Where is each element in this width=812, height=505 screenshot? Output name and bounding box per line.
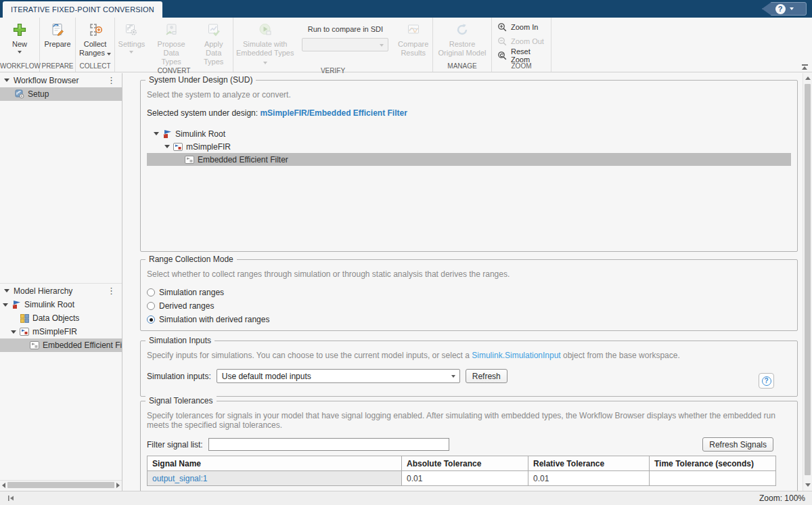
scrollbar-thumb[interactable] [805,84,811,475]
sud-tree-simulink-root[interactable]: Simulink Root [147,127,791,140]
zoom-in-label: Zoom In [511,23,538,31]
filter-signal-list-label: Filter signal list: [147,440,203,449]
tree-item-embedded-efficient-filter[interactable]: Embedded Efficient Filter [0,338,122,352]
radio-label: Derived ranges [159,301,214,311]
expander-icon[interactable] [164,145,170,148]
column-header-signal-name[interactable]: Signal Name [148,456,402,471]
simulink-root-icon [162,129,172,139]
main-vertical-scrollbar[interactable] [803,73,812,491]
simulation-inputs-dropdown[interactable]: Use default model inputs [217,369,460,383]
sdi-run-combo[interactable] [302,38,388,51]
group-label-zoom: ZOOM [492,62,551,72]
help-button[interactable]: ? [762,2,807,16]
collect-ranges-button[interactable]: Collect Ranges [76,20,114,58]
scroll-right-icon[interactable] [116,483,120,488]
zoom-in-button[interactable]: Zoom In [497,21,545,33]
sidebar-horizontal-scrollbar[interactable] [0,480,122,489]
toolstrip-ribbon: New WORKFLOW Prepare PREPAR [0,18,812,72]
tree-item-label: Embedded Efficient Filter [198,155,288,164]
tree-item-data-objects[interactable]: Data Objects [0,311,122,325]
help-icon: ? [762,376,771,386]
collect-ranges-button-label: Collect Ranges [79,40,112,58]
scroll-down-icon[interactable] [805,483,811,487]
simulation-inputs-help-button[interactable]: ? [759,373,774,389]
apply-data-types-icon [206,21,222,39]
workflow-browser-header[interactable]: Workflow Browser ⋮ [0,73,122,87]
prepare-button[interactable]: Prepare [41,20,73,49]
propose-data-types-button[interactable]: Propose Data Types [151,20,192,66]
simulation-input-doc-link[interactable]: Simulink.SimulationInput [472,351,560,360]
refresh-signals-button[interactable]: Refresh Signals [702,437,773,452]
tab-iterative-fixed-point-conversion[interactable]: ITERATIVE FIXED-POINT CONVERSION [3,1,162,18]
zoom-out-button[interactable]: Zoom Out [497,35,545,47]
workflow-item-setup-label: Setup [28,89,49,99]
group-label-workflow: WORKFLOW [0,62,39,72]
collapse-arrow-icon[interactable] [4,79,9,82]
expander-icon[interactable] [3,303,8,307]
expander-icon[interactable] [11,330,16,334]
left-sidebar: Workflow Browser ⋮ Setup Model Hierarchy… [0,73,122,491]
time-tolerance-cell[interactable] [650,471,776,486]
tree-item-label: mSimpleFIR [186,142,231,152]
main-content: System Under Design (SUD) Select the sys… [122,73,803,491]
signal-name-link[interactable]: output_signal:1 [152,474,207,483]
model-hierarchy-title: Model Hierarchy [14,286,101,296]
section-system-under-design: System Under Design (SUD) Select the sys… [140,80,798,252]
radio-derived-ranges[interactable]: Derived ranges [147,299,791,313]
radio-simulation-ranges[interactable]: Simulation ranges [147,286,791,299]
group-collect: Collect Ranges COLLECT [76,18,115,72]
refresh-button[interactable]: Refresh [466,369,508,383]
column-header-time-tolerance[interactable]: Time Tolerance (seconds) [650,456,776,471]
tree-item-label: Simulink Root [24,300,74,309]
workflow-browser-title: Workflow Browser [14,76,101,85]
minimize-ribbon-icon [802,64,808,66]
sud-description: Select the system to analyze or convert. [147,90,791,100]
panel-menu-icon[interactable]: ⋮ [105,286,118,295]
restore-original-model-button[interactable]: Restore Original Model [434,20,491,58]
zoom-level-indicator: Zoom: 100% [759,493,805,503]
compare-results-button[interactable]: Compare Results [394,20,432,58]
model-hierarchy-panel: Model Hierarchy ⋮ Simulink Root [0,283,122,352]
new-button[interactable]: New [9,20,30,53]
collapse-arrow-icon[interactable] [4,289,9,292]
sdi-run-selector: Run to compare in SDI [302,20,388,51]
radio-simulation-with-derived-ranges[interactable]: Simulation with derived ranges [147,313,791,326]
minimize-ribbon-button[interactable] [799,62,810,71]
scrollbar-thumb[interactable] [7,482,114,488]
sud-tree-embedded-efficient-filter[interactable]: Embedded Efficient Filter [147,153,791,166]
sdi-caption-label: Run to compare in SDI [308,25,383,33]
settings-button-label: Settings [118,40,145,49]
scroll-left-icon[interactable] [2,483,5,488]
setup-icon [15,89,24,99]
restore-original-model-button-label: Restore Original Model [436,40,488,58]
tree-item-simulink-root[interactable]: Simulink Root [0,298,122,311]
column-header-relative-tolerance[interactable]: Relative Tolerance [528,456,650,471]
collapse-panel-button[interactable] [7,494,15,502]
selected-system-link[interactable]: mSimpleFIR/Embedded Efficient Filter [260,108,407,118]
column-header-absolute-tolerance[interactable]: Absolute Tolerance [402,456,528,471]
tree-item-msimplefir[interactable]: mSimpleFIR [0,325,122,338]
workflow-item-setup[interactable]: Setup [0,87,122,101]
scroll-up-icon[interactable] [805,76,811,80]
toolstrip-tab-bar: ITERATIVE FIXED-POINT CONVERSION ? [0,0,812,18]
absolute-tolerance-cell[interactable]: 0.01 [402,471,528,486]
simulation-inputs-label: Simulation inputs: [147,372,211,381]
settings-button[interactable]: Settings [115,20,148,53]
chevron-down-icon [107,53,111,56]
expander-icon[interactable] [154,132,159,135]
simulate-embedded-button[interactable]: Simulate with Embedded Types [233,20,296,66]
subsystem-ref-icon [185,155,194,164]
sud-tree-msimplefir[interactable]: mSimpleFIR [147,140,791,153]
subsystem-icon [20,327,29,336]
chevron-down-icon [790,7,794,10]
new-plus-icon [12,21,28,39]
filter-signal-input[interactable] [208,438,449,451]
relative-tolerance-cell[interactable]: 0.01 [528,471,650,486]
chevron-down-icon [451,375,455,378]
radio-label: Simulation with derived ranges [159,315,269,324]
reset-zoom-button[interactable]: Reset Zoom [497,49,545,62]
apply-data-types-button[interactable]: Apply Data Types [194,20,233,66]
model-hierarchy-header[interactable]: Model Hierarchy ⋮ [0,284,122,298]
chevron-down-icon [129,51,133,53]
panel-menu-icon[interactable]: ⋮ [105,76,118,85]
